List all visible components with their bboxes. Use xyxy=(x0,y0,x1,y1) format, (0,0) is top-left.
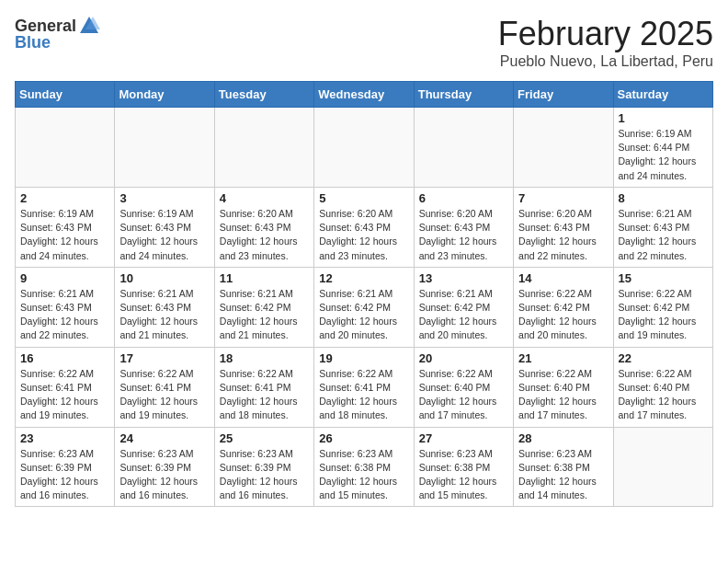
logo-icon xyxy=(78,15,100,37)
day-number: 18 xyxy=(220,351,309,365)
day-info: Sunrise: 6:22 AM Sunset: 6:40 PM Dayligh… xyxy=(419,367,508,423)
day-info: Sunrise: 6:23 AM Sunset: 6:39 PM Dayligh… xyxy=(20,447,109,503)
day-info: Sunrise: 6:21 AM Sunset: 6:42 PM Dayligh… xyxy=(220,287,309,343)
day-number: 5 xyxy=(319,191,408,205)
day-info: Sunrise: 6:21 AM Sunset: 6:43 PM Dayligh… xyxy=(20,287,109,343)
calendar-table: SundayMondayTuesdayWednesdayThursdayFrid… xyxy=(15,81,713,507)
calendar-cell xyxy=(414,108,513,188)
day-info: Sunrise: 6:21 AM Sunset: 6:42 PM Dayligh… xyxy=(319,287,408,343)
calendar-cell: 12Sunrise: 6:21 AM Sunset: 6:42 PM Dayli… xyxy=(314,267,414,347)
day-info: Sunrise: 6:22 AM Sunset: 6:42 PM Dayligh… xyxy=(619,287,708,343)
week-row-3: 16Sunrise: 6:22 AM Sunset: 6:41 PM Dayli… xyxy=(16,347,713,427)
day-number: 26 xyxy=(319,431,408,445)
day-number: 15 xyxy=(619,271,708,285)
day-info: Sunrise: 6:20 AM Sunset: 6:43 PM Dayligh… xyxy=(419,207,508,263)
calendar-cell: 27Sunrise: 6:23 AM Sunset: 6:38 PM Dayli… xyxy=(414,427,513,507)
day-number: 20 xyxy=(419,351,508,365)
weekday-header-tuesday: Tuesday xyxy=(214,82,313,108)
calendar-cell: 7Sunrise: 6:20 AM Sunset: 6:43 PM Daylig… xyxy=(514,187,613,267)
month-title: February 2025 xyxy=(498,15,713,53)
day-number: 24 xyxy=(119,431,209,445)
weekday-header-saturday: Saturday xyxy=(613,82,712,108)
calendar-cell: 5Sunrise: 6:20 AM Sunset: 6:43 PM Daylig… xyxy=(314,187,414,267)
day-info: Sunrise: 6:22 AM Sunset: 6:41 PM Dayligh… xyxy=(20,367,109,423)
day-info: Sunrise: 6:20 AM Sunset: 6:43 PM Dayligh… xyxy=(319,207,408,263)
day-number: 27 xyxy=(419,431,508,445)
calendar-cell xyxy=(115,108,214,188)
day-info: Sunrise: 6:23 AM Sunset: 6:39 PM Dayligh… xyxy=(220,447,309,503)
calendar-cell: 20Sunrise: 6:22 AM Sunset: 6:40 PM Dayli… xyxy=(414,347,513,427)
calendar-cell: 1Sunrise: 6:19 AM Sunset: 6:44 PM Daylig… xyxy=(613,108,712,188)
logo: General Blue xyxy=(15,15,100,52)
calendar-cell: 16Sunrise: 6:22 AM Sunset: 6:41 PM Dayli… xyxy=(16,347,115,427)
calendar-cell xyxy=(613,427,712,507)
day-number: 28 xyxy=(518,431,608,445)
calendar-cell: 15Sunrise: 6:22 AM Sunset: 6:42 PM Dayli… xyxy=(613,267,712,347)
calendar-cell: 11Sunrise: 6:21 AM Sunset: 6:42 PM Dayli… xyxy=(214,267,313,347)
day-number: 13 xyxy=(419,271,508,285)
day-info: Sunrise: 6:21 AM Sunset: 6:43 PM Dayligh… xyxy=(619,207,708,263)
calendar-cell: 25Sunrise: 6:23 AM Sunset: 6:39 PM Dayli… xyxy=(214,427,313,507)
weekday-header-wednesday: Wednesday xyxy=(314,82,414,108)
week-row-0: 1Sunrise: 6:19 AM Sunset: 6:44 PM Daylig… xyxy=(16,108,713,188)
calendar-cell: 2Sunrise: 6:19 AM Sunset: 6:43 PM Daylig… xyxy=(16,187,115,267)
calendar-cell xyxy=(16,108,115,188)
day-number: 6 xyxy=(419,191,508,205)
week-row-1: 2Sunrise: 6:19 AM Sunset: 6:43 PM Daylig… xyxy=(16,187,713,267)
calendar-cell: 28Sunrise: 6:23 AM Sunset: 6:38 PM Dayli… xyxy=(514,427,613,507)
calendar-cell: 17Sunrise: 6:22 AM Sunset: 6:41 PM Dayli… xyxy=(115,347,214,427)
calendar-cell xyxy=(514,108,613,188)
calendar-cell: 23Sunrise: 6:23 AM Sunset: 6:39 PM Dayli… xyxy=(16,427,115,507)
day-number: 16 xyxy=(20,351,109,365)
calendar-cell: 13Sunrise: 6:21 AM Sunset: 6:42 PM Dayli… xyxy=(414,267,513,347)
day-info: Sunrise: 6:19 AM Sunset: 6:43 PM Dayligh… xyxy=(20,207,109,263)
day-number: 2 xyxy=(20,191,109,205)
day-info: Sunrise: 6:22 AM Sunset: 6:42 PM Dayligh… xyxy=(518,287,608,343)
day-number: 17 xyxy=(119,351,209,365)
calendar-cell xyxy=(214,108,313,188)
day-number: 11 xyxy=(220,271,309,285)
day-info: Sunrise: 6:19 AM Sunset: 6:43 PM Dayligh… xyxy=(119,207,209,263)
logo-blue: Blue xyxy=(15,33,51,52)
day-number: 23 xyxy=(20,431,109,445)
day-info: Sunrise: 6:20 AM Sunset: 6:43 PM Dayligh… xyxy=(518,207,608,263)
day-info: Sunrise: 6:23 AM Sunset: 6:38 PM Dayligh… xyxy=(518,447,608,503)
day-info: Sunrise: 6:23 AM Sunset: 6:38 PM Dayligh… xyxy=(419,447,508,503)
day-info: Sunrise: 6:23 AM Sunset: 6:38 PM Dayligh… xyxy=(319,447,408,503)
day-number: 3 xyxy=(119,191,209,205)
day-number: 14 xyxy=(518,271,608,285)
calendar-cell: 24Sunrise: 6:23 AM Sunset: 6:39 PM Dayli… xyxy=(115,427,214,507)
calendar-cell xyxy=(314,108,414,188)
day-info: Sunrise: 6:20 AM Sunset: 6:43 PM Dayligh… xyxy=(220,207,309,263)
weekday-header-sunday: Sunday xyxy=(16,82,115,108)
weekday-header-thursday: Thursday xyxy=(414,82,513,108)
title-block: February 2025 Pueblo Nuevo, La Libertad,… xyxy=(498,15,713,70)
day-number: 22 xyxy=(619,351,708,365)
day-number: 19 xyxy=(319,351,408,365)
day-info: Sunrise: 6:22 AM Sunset: 6:41 PM Dayligh… xyxy=(119,367,209,423)
calendar-cell: 3Sunrise: 6:19 AM Sunset: 6:43 PM Daylig… xyxy=(115,187,214,267)
weekday-header-friday: Friday xyxy=(514,82,613,108)
calendar-cell: 26Sunrise: 6:23 AM Sunset: 6:38 PM Dayli… xyxy=(314,427,414,507)
weekday-header-monday: Monday xyxy=(115,82,214,108)
weekday-header-row: SundayMondayTuesdayWednesdayThursdayFrid… xyxy=(16,82,713,108)
day-number: 7 xyxy=(518,191,608,205)
day-number: 21 xyxy=(518,351,608,365)
day-number: 4 xyxy=(220,191,309,205)
day-info: Sunrise: 6:22 AM Sunset: 6:41 PM Dayligh… xyxy=(220,367,309,423)
day-number: 1 xyxy=(619,111,708,125)
day-info: Sunrise: 6:19 AM Sunset: 6:44 PM Dayligh… xyxy=(619,127,708,183)
day-number: 25 xyxy=(220,431,309,445)
day-info: Sunrise: 6:22 AM Sunset: 6:40 PM Dayligh… xyxy=(518,367,608,423)
week-row-2: 9Sunrise: 6:21 AM Sunset: 6:43 PM Daylig… xyxy=(16,267,713,347)
day-info: Sunrise: 6:21 AM Sunset: 6:43 PM Dayligh… xyxy=(119,287,209,343)
day-number: 8 xyxy=(619,191,708,205)
day-number: 9 xyxy=(20,271,109,285)
week-row-4: 23Sunrise: 6:23 AM Sunset: 6:39 PM Dayli… xyxy=(16,427,713,507)
day-info: Sunrise: 6:23 AM Sunset: 6:39 PM Dayligh… xyxy=(119,447,209,503)
calendar-cell: 22Sunrise: 6:22 AM Sunset: 6:40 PM Dayli… xyxy=(613,347,712,427)
day-info: Sunrise: 6:22 AM Sunset: 6:40 PM Dayligh… xyxy=(619,367,708,423)
calendar-cell: 6Sunrise: 6:20 AM Sunset: 6:43 PM Daylig… xyxy=(414,187,513,267)
location-title: Pueblo Nuevo, La Libertad, Peru xyxy=(498,53,713,70)
day-number: 12 xyxy=(319,271,408,285)
